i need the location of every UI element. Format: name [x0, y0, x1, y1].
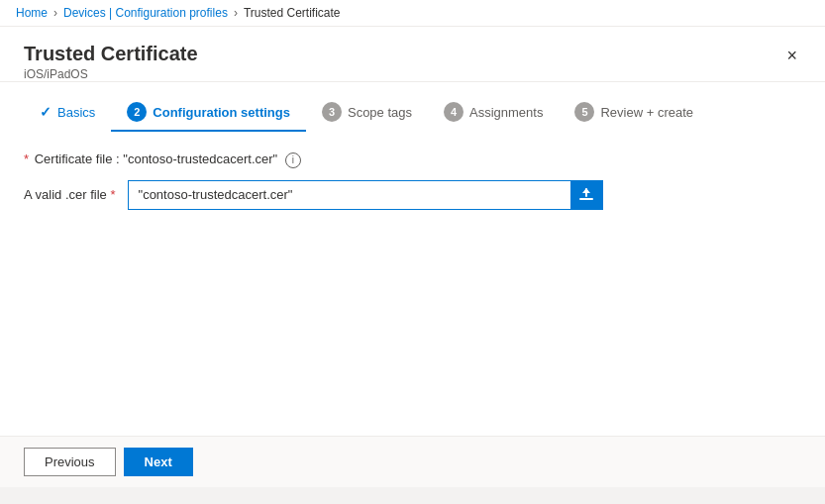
panel-content: * Certificate file : "contoso-trustedcac… — [0, 132, 825, 436]
file-upload-button[interactable] — [570, 181, 602, 209]
tab-basics-check: ✓ — [40, 104, 52, 120]
tab-scope-number: 3 — [322, 102, 342, 122]
previous-button[interactable]: Previous — [24, 448, 116, 476]
breadcrumb-current: Trusted Certificate — [244, 6, 341, 20]
file-required-marker: * — [110, 187, 115, 202]
certificate-value-text: "contoso-trustedcacert.cer" — [123, 151, 277, 166]
required-marker: * — [24, 151, 29, 166]
tab-assignments[interactable]: 4 Assignments — [428, 94, 559, 132]
tab-assignments-number: 4 — [444, 102, 464, 122]
tab-configuration[interactable]: 2 Configuration settings — [111, 94, 306, 132]
tab-review-number: 5 — [574, 102, 594, 122]
file-field-label: A valid .cer file * — [24, 187, 116, 202]
tab-configuration-number: 2 — [127, 102, 147, 122]
certificate-label: * Certificate file : "contoso-trustedcac… — [24, 151, 801, 168]
breadcrumb: Home › Devices | Configuration profiles … — [0, 0, 825, 27]
next-button[interactable]: Next — [124, 448, 193, 476]
panel-subtitle: iOS/iPadOS — [24, 67, 198, 81]
info-icon[interactable]: i — [285, 152, 301, 168]
svg-rect-0 — [579, 198, 593, 200]
breadcrumb-sep-1: › — [53, 6, 57, 20]
tab-basics[interactable]: ✓ Basics — [24, 96, 111, 130]
main-panel: Trusted Certificate iOS/iPadOS × ✓ Basic… — [0, 27, 825, 487]
tab-basics-label: Basics — [57, 105, 95, 120]
svg-marker-2 — [582, 188, 590, 193]
footer: Previous Next — [0, 436, 825, 487]
panel-header: Trusted Certificate iOS/iPadOS × — [0, 27, 825, 82]
file-input-wrapper — [128, 180, 603, 210]
breadcrumb-sep-2: › — [234, 6, 238, 20]
tab-scope-label: Scope tags — [348, 105, 412, 120]
breadcrumb-devices[interactable]: Devices | Configuration profiles — [63, 6, 228, 20]
tab-review[interactable]: 5 Review + create — [559, 94, 709, 132]
tabs-bar: ✓ Basics 2 Configuration settings 3 Scop… — [0, 82, 825, 132]
panel-title: Trusted Certificate — [24, 43, 198, 65]
close-button[interactable]: × — [782, 43, 801, 68]
tab-assignments-label: Assignments — [469, 105, 543, 120]
breadcrumb-home[interactable]: Home — [16, 6, 48, 20]
tab-review-label: Review + create — [600, 105, 693, 120]
tab-scope[interactable]: 3 Scope tags — [306, 94, 428, 132]
file-text-input[interactable] — [129, 181, 570, 208]
panel-title-group: Trusted Certificate iOS/iPadOS — [24, 43, 198, 81]
tab-configuration-label: Configuration settings — [153, 105, 290, 120]
file-input-row: A valid .cer file * — [24, 180, 801, 210]
certificate-label-text: Certificate file : — [35, 151, 120, 166]
upload-icon — [578, 187, 594, 203]
